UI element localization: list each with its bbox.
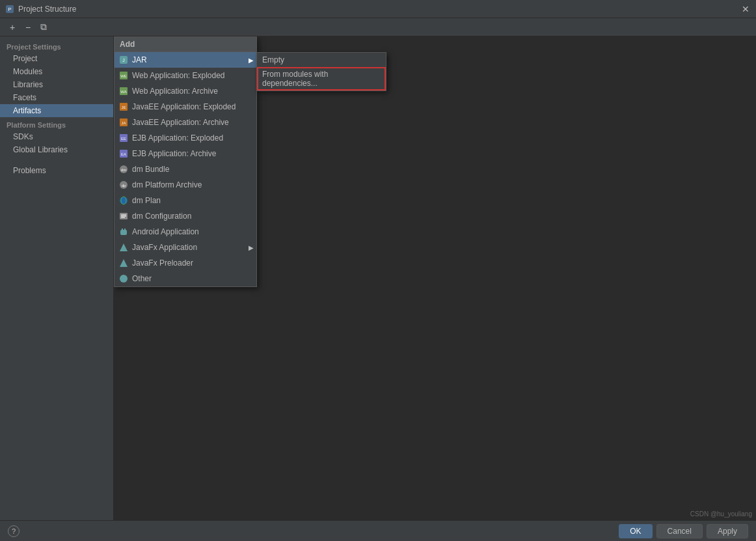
svg-rect-27 <box>122 229 123 230</box>
submenu-item-empty[interactable]: Empty <box>257 53 386 67</box>
other-icon <box>118 273 129 284</box>
bottom-left: ? <box>8 525 20 537</box>
bottom-bar: ? OK Cancel Apply <box>0 520 756 541</box>
add-button[interactable]: + <box>5 20 20 35</box>
menu-item-javaee-archive[interactable]: JA JavaEE Application: Archive <box>115 115 256 130</box>
svg-marker-29 <box>120 243 128 251</box>
dm-platform-icon: dp <box>118 180 129 190</box>
web-archive-icon: WA <box>118 86 129 96</box>
cancel-button[interactable]: Cancel <box>656 524 703 538</box>
menu-item-jar[interactable]: J JAR ▶ Empty From modules with dependen… <box>115 52 256 68</box>
jar-submenu: Empty From modules with dependencies... <box>256 52 386 91</box>
sidebar-item-project[interactable]: Project <box>0 52 113 65</box>
web-exploded-icon: WE <box>118 70 129 81</box>
help-button[interactable]: ? <box>8 525 20 537</box>
ok-button[interactable]: OK <box>619 524 652 538</box>
menu-item-web-exploded[interactable]: WE Web Application: Exploded <box>115 68 256 83</box>
menu-item-dm-bundle[interactable]: dm dm Bundle <box>115 161 256 177</box>
submenu-arrow: ▶ <box>249 57 254 64</box>
watermark: CSDN @hu_youliang <box>690 510 752 518</box>
javaee-exploded-icon: JE <box>118 102 129 112</box>
center-panel: Add J JAR ▶ Empty From modules with d <box>114 36 756 520</box>
ejb-exploded-icon: EE <box>118 133 129 143</box>
svg-text:JE: JE <box>121 105 126 109</box>
title-bar: P Project Structure ✕ <box>0 0 756 18</box>
svg-text:EE: EE <box>121 137 126 141</box>
svg-text:dm: dm <box>121 168 126 172</box>
sidebar-item-global-libraries[interactable]: Global Libraries <box>0 143 113 156</box>
svg-text:P: P <box>8 7 11 12</box>
submenu-item-from-modules[interactable]: From modules with dependencies... <box>257 67 386 90</box>
svg-text:WA: WA <box>120 90 126 94</box>
window-title: Project Structure <box>18 5 736 14</box>
jar-icon: J <box>118 55 129 65</box>
svg-text:WE: WE <box>120 74 127 78</box>
menu-item-dm-plan[interactable]: dm Plan <box>115 193 256 208</box>
sidebar-item-artifacts[interactable]: Artifacts <box>0 104 113 117</box>
close-button[interactable]: ✕ <box>740 4 751 14</box>
menu-item-dm-config[interactable]: dm Configuration <box>115 208 256 224</box>
svg-text:dp: dp <box>122 184 126 187</box>
ejb-archive-icon: EA <box>118 148 129 159</box>
svg-marker-30 <box>120 259 128 267</box>
apply-button[interactable]: Apply <box>707 524 748 538</box>
project-settings-label: Project Settings <box>0 39 113 52</box>
menu-header: Add <box>115 37 256 52</box>
menu-item-ejb-exploded[interactable]: EE EJB Application: Exploded <box>115 130 256 146</box>
sidebar-item-problems[interactable]: Problems <box>0 164 113 177</box>
sidebar-item-facets[interactable]: Facets <box>0 91 113 104</box>
menu-item-javaee-exploded[interactable]: JE JavaEE Application: Exploded <box>115 99 256 115</box>
menu-item-javafx-app[interactable]: JavaFx Application ▶ <box>115 240 256 255</box>
dm-bundle-icon: dm <box>118 164 129 174</box>
toolbar: + − ⧉ <box>0 18 756 36</box>
menu-item-other[interactable]: Other <box>115 271 256 286</box>
svg-rect-26 <box>120 230 127 235</box>
dm-config-icon <box>118 211 129 221</box>
svg-point-31 <box>120 275 128 283</box>
android-icon <box>118 227 129 237</box>
svg-text:J: J <box>122 58 125 62</box>
svg-rect-28 <box>124 229 126 230</box>
menu-item-ejb-archive[interactable]: EA EJB Application: Archive <box>115 146 256 161</box>
menu-item-javafx-preloader[interactable]: JavaFx Preloader <box>115 255 256 271</box>
sidebar: Project Settings Project Modules Librari… <box>0 36 114 520</box>
add-menu-popup: Add J JAR ▶ Empty From modules with d <box>114 36 257 287</box>
menu-item-android[interactable]: Android Application <box>115 224 256 240</box>
javafx-preloader-icon <box>118 258 129 268</box>
dm-plan-icon <box>118 195 129 206</box>
javaee-archive-icon: JA <box>118 117 129 128</box>
bottom-right: OK Cancel Apply <box>619 524 748 538</box>
svg-text:EA: EA <box>121 152 126 156</box>
dropdown-container: Add J JAR ▶ Empty From modules with d <box>114 36 257 287</box>
copy-button[interactable]: ⧉ <box>36 20 51 35</box>
main-content: Project Settings Project Modules Librari… <box>0 36 756 520</box>
svg-text:JA: JA <box>121 121 126 125</box>
javafx-app-icon <box>118 242 129 253</box>
app-icon: P <box>5 5 14 14</box>
javafx-submenu-arrow: ▶ <box>249 244 254 251</box>
platform-settings-label: Platform Settings <box>0 117 113 130</box>
menu-item-web-archive[interactable]: WA Web Application: Archive <box>115 83 256 99</box>
sidebar-item-libraries[interactable]: Libraries <box>0 78 113 91</box>
remove-button[interactable]: − <box>21 20 35 35</box>
menu-item-dm-platform[interactable]: dp dm Platform Archive <box>115 177 256 193</box>
sidebar-item-modules[interactable]: Modules <box>0 65 113 78</box>
sidebar-item-sdks[interactable]: SDKs <box>0 130 113 143</box>
